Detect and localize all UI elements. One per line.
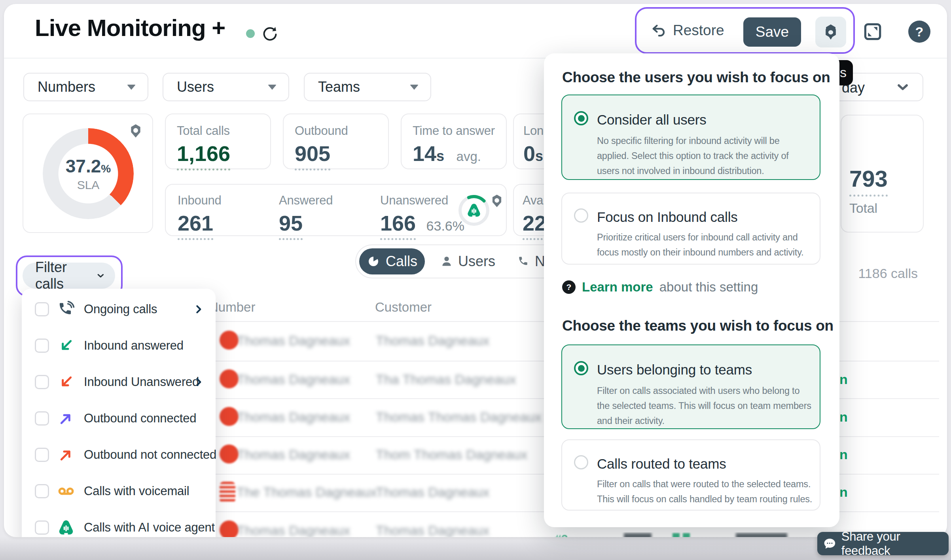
total-label: Total xyxy=(849,201,923,216)
sla-label: SLA xyxy=(77,178,100,192)
learn-more-link[interactable]: Learn more xyxy=(582,280,653,295)
radio-selected-icon[interactable] xyxy=(574,361,588,375)
users-filter-dropdown[interactable]: Users xyxy=(163,73,289,101)
outbound-connected-icon xyxy=(57,409,75,428)
status-fragment: #2 xyxy=(555,532,568,537)
menu-item-outbound-connected[interactable]: Outbound connected xyxy=(22,400,216,437)
tab-calls[interactable]: Calls xyxy=(359,248,425,274)
option-description: Prioritize critical users for inbound ca… xyxy=(597,230,803,260)
gear-icon[interactable] xyxy=(128,123,144,139)
available-value[interactable]: 22 xyxy=(523,211,546,240)
longest-wait-value: 0s xyxy=(523,141,543,166)
option-users-belonging-to-teams[interactable]: Users belonging to teams Filter on calls… xyxy=(561,344,820,429)
live-status-dot xyxy=(246,29,255,38)
filter-calls-label: Filter calls xyxy=(35,259,88,292)
number-cell: Thomas Dagneaux xyxy=(237,523,350,537)
radio-unselected-icon[interactable] xyxy=(574,208,588,223)
call-direction-icon xyxy=(220,331,239,350)
users-section-title: Choose the users you wish to focus on xyxy=(562,69,830,86)
menu-item-inbound-answered[interactable]: Inbound answered xyxy=(22,327,216,364)
ai-agent-badge[interactable] xyxy=(458,195,489,226)
radio-unselected-icon[interactable] xyxy=(574,455,588,469)
help-label: ? xyxy=(915,24,924,40)
total-value[interactable]: 793 xyxy=(849,165,888,197)
outbound-label: Outbound xyxy=(295,124,388,138)
ongoing-call-icon xyxy=(57,300,75,318)
menu-item-label: Outbound not connected xyxy=(84,448,216,462)
refresh-button[interactable] xyxy=(261,25,279,43)
menu-item-calls-with-ai-voice-agent[interactable]: Calls with AI voice agent xyxy=(22,509,216,537)
checkbox[interactable] xyxy=(35,375,49,389)
settings-gear-button[interactable] xyxy=(815,17,846,47)
numbers-filter-label: Numbers xyxy=(38,79,95,95)
checkbox[interactable] xyxy=(35,520,49,535)
customer-cell: Thomas Dagneaux xyxy=(376,333,489,348)
page-title: Live Monitoring + xyxy=(35,14,225,42)
tab-users[interactable]: Users xyxy=(440,245,495,278)
share-feedback-button[interactable]: Share your feedback xyxy=(817,532,949,555)
customer-cell: Thomas Dagneaux xyxy=(376,523,489,537)
option-label: Calls routed to teams xyxy=(597,456,726,472)
time-to-answer-value: 14s xyxy=(413,141,444,166)
tab-users-label: Users xyxy=(458,253,495,270)
menu-item-ongoing-calls[interactable]: Ongoing calls xyxy=(22,291,216,327)
call-direction-icon xyxy=(220,520,239,537)
menu-item-outbound-not-connected[interactable]: Outbound not connected xyxy=(22,437,216,473)
menu-item-inbound-unanswered[interactable]: Inbound Unanswered xyxy=(22,364,216,400)
inbound-value[interactable]: 261 xyxy=(178,211,213,240)
checkbox[interactable] xyxy=(35,484,49,498)
total-calls-label: Total calls xyxy=(177,124,270,138)
status-cell: n xyxy=(839,372,848,387)
column-header-customer: Customer xyxy=(375,300,432,315)
restore-button[interactable]: Restore xyxy=(650,9,724,52)
checkbox[interactable] xyxy=(35,448,49,462)
status-cell: n xyxy=(839,484,848,500)
numbers-filter-dropdown[interactable]: Numbers xyxy=(23,73,148,101)
unanswered-label: Unanswered xyxy=(380,193,464,208)
caret-down-icon xyxy=(127,85,136,90)
option-consider-all-users[interactable]: Consider all users No specific filtering… xyxy=(561,95,820,180)
menu-item-calls-with-voicemail[interactable]: Calls with voicemail xyxy=(22,473,216,509)
unanswered-value[interactable]: 166 xyxy=(380,211,416,240)
share-feedback-label: Share your feedback xyxy=(841,530,949,558)
fullscreen-button[interactable] xyxy=(862,21,884,43)
radio-selected-icon[interactable] xyxy=(574,111,588,125)
caret-down-icon xyxy=(410,85,419,90)
status-cell: n xyxy=(839,447,848,462)
call-list-icon xyxy=(220,482,235,503)
menu-item-label: Calls with voicemail xyxy=(84,484,189,498)
checkbox[interactable] xyxy=(35,339,49,353)
answered-label: Answered xyxy=(279,193,333,208)
answered-value[interactable]: 95 xyxy=(279,211,303,240)
outbound-value[interactable]: 905 xyxy=(295,141,330,170)
option-description: Filter on calls that were routed to the … xyxy=(597,477,812,507)
inbound-answered-icon xyxy=(57,337,75,355)
teams-section-title: Choose the teams you wish to focus on xyxy=(562,318,834,334)
menu-item-label: Calls with AI voice agent xyxy=(84,520,215,535)
menu-item-label: Ongoing calls xyxy=(84,302,157,316)
option-calls-routed-to-teams[interactable]: Calls routed to teams Filter on calls th… xyxy=(561,439,820,511)
caret-down-icon xyxy=(268,85,277,90)
time-to-answer-label: Time to answer xyxy=(413,124,506,138)
view-tabs: Calls Users Nu xyxy=(355,244,577,278)
teams-filter-dropdown[interactable]: Teams xyxy=(304,73,431,101)
teams-filter-label: Teams xyxy=(318,79,360,95)
save-restore-group: Restore Save xyxy=(635,7,855,54)
save-button[interactable]: Save xyxy=(743,17,801,47)
gear-icon[interactable] xyxy=(489,193,504,208)
checkbox[interactable] xyxy=(35,411,49,426)
time-to-answer-card: Time to answer 14s avg. xyxy=(401,114,507,169)
number-cell: The Thomas Dagneaux xyxy=(237,484,377,500)
ai-voice-agent-icon xyxy=(57,518,75,537)
total-calls-value[interactable]: 1,166 xyxy=(177,141,230,170)
gear-icon xyxy=(822,23,839,41)
checkbox[interactable] xyxy=(35,302,49,316)
time-to-answer-suffix: avg. xyxy=(457,149,481,164)
column-header-number: Number xyxy=(209,300,255,315)
number-cell: Thomas Dagneaux xyxy=(237,409,350,425)
help-button[interactable]: ? xyxy=(908,21,930,43)
option-focus-inbound-calls[interactable]: Focus on Inbound calls Prioritize critic… xyxy=(561,193,820,265)
customer-cell: Tha Thomas Dagneaux xyxy=(376,372,516,387)
filter-calls-button[interactable]: Filter calls xyxy=(23,263,115,289)
calls-count: 1186 calls xyxy=(851,266,918,281)
